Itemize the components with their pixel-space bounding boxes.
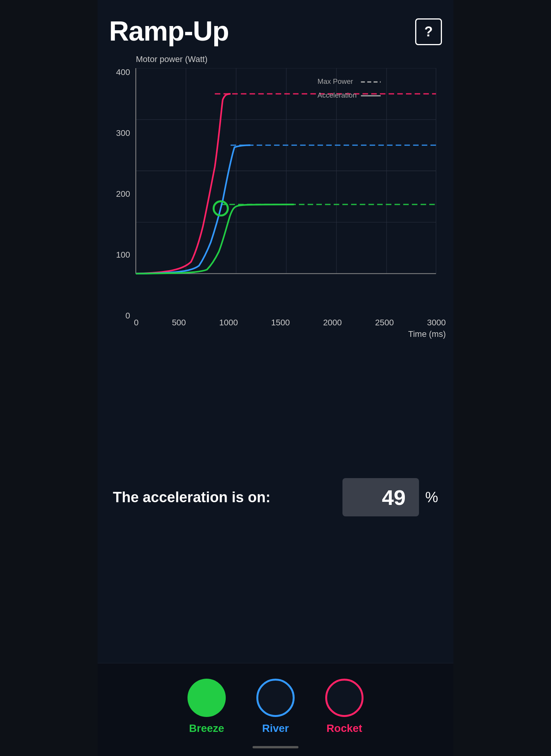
x-tick-3000: 3000 bbox=[427, 318, 446, 328]
svg-text:Acceleration: Acceleration bbox=[318, 91, 357, 99]
x-tick-500: 500 bbox=[172, 318, 186, 328]
rocket-circle bbox=[325, 679, 364, 717]
x-tick-1500: 1500 bbox=[271, 318, 290, 328]
y-tick-200: 200 bbox=[105, 190, 130, 198]
help-icon: ? bbox=[424, 24, 433, 40]
chart-inner: Max Power Acceleration 0 500 1000 1500 2… bbox=[134, 68, 446, 339]
acceleration-section: The acceleration is on: % bbox=[98, 463, 453, 532]
rocket-label: Rocket bbox=[326, 722, 362, 735]
chart-section: Motor power (Watt) 0 100 200 300 400 bbox=[98, 54, 453, 463]
y-tick-0: 0 bbox=[105, 312, 130, 320]
breeze-label: Breeze bbox=[189, 722, 224, 735]
nav-item-rocket[interactable]: Rocket bbox=[325, 679, 364, 735]
help-button[interactable]: ? bbox=[415, 18, 442, 45]
y-axis-label: Motor power (Watt) bbox=[136, 54, 446, 64]
nav-item-river[interactable]: River bbox=[256, 679, 295, 735]
x-tick-1000: 1000 bbox=[219, 318, 238, 328]
header: Ramp-Up ? bbox=[98, 0, 453, 54]
app-container: Ramp-Up ? Motor power (Watt) 0 100 200 3… bbox=[98, 0, 453, 756]
river-circle bbox=[256, 679, 295, 717]
acceleration-label: The acceleration is on: bbox=[113, 489, 271, 506]
acceleration-value-box: % bbox=[342, 478, 438, 516]
bottom-nav: Breeze River Rocket bbox=[98, 663, 453, 756]
nav-item-breeze[interactable]: Breeze bbox=[187, 679, 226, 735]
breeze-circle bbox=[187, 679, 226, 717]
y-tick-300: 300 bbox=[105, 129, 130, 137]
acceleration-input[interactable] bbox=[342, 478, 419, 516]
x-tick-0: 0 bbox=[134, 318, 139, 328]
chart-svg: Max Power Acceleration bbox=[134, 68, 446, 313]
bottom-indicator bbox=[253, 746, 298, 748]
page-title: Ramp-Up bbox=[109, 15, 229, 47]
y-axis: 0 100 200 300 400 bbox=[105, 68, 130, 339]
svg-text:Max Power: Max Power bbox=[318, 77, 353, 85]
acceleration-unit: % bbox=[425, 489, 438, 506]
y-tick-400: 400 bbox=[105, 68, 130, 77]
nav-items: Breeze River Rocket bbox=[187, 679, 364, 735]
x-tick-2500: 2500 bbox=[375, 318, 394, 328]
y-tick-100: 100 bbox=[105, 251, 130, 259]
river-label: River bbox=[262, 722, 289, 735]
chart-wrapper: 0 100 200 300 400 bbox=[105, 68, 446, 339]
x-tick-2000: 2000 bbox=[323, 318, 342, 328]
x-axis-labels: 0 500 1000 1500 2000 2500 3000 bbox=[134, 318, 446, 328]
x-axis-label: Time (ms) bbox=[134, 329, 446, 339]
